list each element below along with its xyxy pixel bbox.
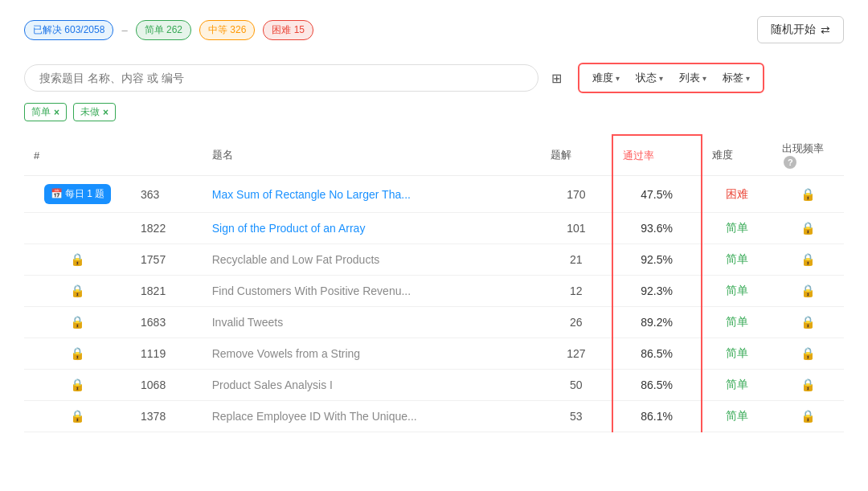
difficulty-label: 简单 (702, 213, 773, 244)
problem-id: 1822 (131, 213, 203, 244)
table-row: 🔒1821Find Customers With Positive Revenu… (24, 276, 844, 307)
difficulty-label: 简单 (702, 370, 773, 401)
sep1: – (121, 24, 127, 36)
problem-title[interactable]: Max Sum of Rectangle No Larger Tha... (203, 176, 541, 213)
table-header-row: # 题名 题解 通过率 难度 出现频率 ? (24, 135, 844, 176)
freq-lock-icon: 🔒 (800, 221, 816, 235)
lock-icon: 🔒 (70, 284, 85, 297)
solution-count: 53 (541, 401, 612, 432)
lock-icon: 🔒 (70, 315, 85, 329)
search-filter-row: ⊞ 难度 ▾ 状态 ▾ 列表 ▾ 标签 ▾ (24, 63, 844, 93)
list-filter[interactable]: 列表 ▾ (673, 68, 713, 88)
top-bar: 已解决 603/2058 – 简单 262 中等 326 困难 15 随机开始 … (24, 16, 844, 43)
tags-row: 简单 × 未做 × (24, 103, 844, 121)
solution-count: 26 (541, 307, 612, 338)
frequency-lock: 🔒 (772, 213, 844, 244)
pass-rate: 92.5% (612, 244, 702, 276)
solution-count: 50 (541, 370, 612, 401)
freq-label: 出现频率 (782, 142, 824, 154)
pass-rate: 92.3% (612, 276, 702, 307)
tag-easy[interactable]: 简单 × (24, 103, 67, 121)
pass-rate: 86.5% (612, 370, 702, 401)
table-view-icon[interactable]: ⊞ (551, 71, 562, 86)
problem-title[interactable]: Sign of the Product of an Array (203, 213, 541, 244)
problem-id: 1378 (131, 401, 203, 432)
table-row: 🔒1683Invalid Tweets2689.2%简单🔒 (24, 307, 844, 338)
tag-todo-label: 未做 (80, 105, 100, 119)
tags-arrow: ▾ (746, 74, 750, 83)
difficulty-label: 难度 (592, 71, 613, 85)
table-row: 🔒1119Remove Vowels from a String12786.5%… (24, 338, 844, 370)
frequency-lock: 🔒 (772, 401, 844, 432)
tag-easy-remove[interactable]: × (54, 107, 59, 118)
problem-title[interactable]: Replace Employee ID With The Unique... (203, 401, 541, 432)
lock-icon: 🔒 (70, 378, 85, 391)
frequency-lock: 🔒 (772, 370, 844, 401)
easy-badge: 简单 262 (136, 20, 191, 40)
random-button[interactable]: 随机开始 ⇄ (757, 16, 844, 43)
header-difficulty: 难度 (702, 135, 773, 176)
frequency-lock: 🔒 (772, 307, 844, 338)
medium-badge: 中等 326 (199, 20, 255, 40)
pass-rate: 86.1% (612, 401, 702, 432)
problem-title[interactable]: Recyclable and Low Fat Products (203, 244, 541, 276)
table-row: 🔒1378Replace Employee ID With The Unique… (24, 401, 844, 432)
problem-title[interactable]: Find Customers With Positive Revenu... (203, 276, 541, 307)
freq-lock-icon: 🔒 (800, 378, 816, 391)
frequency-lock: 🔒 (772, 338, 844, 370)
lock-icon: 🔒 (70, 409, 85, 423)
pass-rate: 86.5% (612, 338, 702, 370)
random-icon: ⇄ (821, 23, 830, 36)
difficulty-filter[interactable]: 难度 ▾ (586, 68, 626, 88)
table-row: 📅 每日 1 题363Max Sum of Rectangle No Large… (24, 176, 844, 213)
list-arrow: ▾ (702, 74, 706, 83)
solution-count: 101 (541, 213, 612, 244)
pass-rate: 89.2% (612, 307, 702, 338)
table-row: 1822Sign of the Product of an Array10193… (24, 213, 844, 244)
difficulty-label: 简单 (702, 244, 773, 276)
freq-lock-icon: 🔒 (800, 346, 816, 360)
solution-count: 170 (541, 176, 612, 213)
problem-table: # 题名 题解 通过率 难度 出现频率 ? 📅 每日 1 题363Max Sum… (24, 134, 844, 432)
list-label: 列表 (679, 71, 700, 85)
daily-badge[interactable]: 📅 每日 1 题 (44, 184, 112, 204)
status-filter[interactable]: 状态 ▾ (629, 68, 669, 88)
tags-filter[interactable]: 标签 ▾ (716, 68, 756, 88)
problem-title[interactable]: Product Sales Analysis I (203, 370, 541, 401)
difficulty-label: 简单 (702, 401, 773, 432)
tag-todo-remove[interactable]: × (103, 107, 108, 118)
tag-todo[interactable]: 未做 × (73, 103, 116, 121)
lock-icon: 🔒 (70, 346, 85, 360)
freq-lock-icon: 🔒 (800, 315, 816, 329)
problem-id: 363 (131, 176, 203, 213)
frequency-lock: 🔒 (772, 276, 844, 307)
stats-row: 已解决 603/2058 – 简单 262 中等 326 困难 15 (24, 20, 313, 40)
header-rate: 通过率 (612, 135, 702, 176)
frequency-lock: 🔒 (772, 244, 844, 276)
pass-rate: 93.6% (612, 213, 702, 244)
lock-icon: 🔒 (70, 252, 85, 266)
search-input[interactable] (24, 64, 538, 92)
header-id (131, 135, 203, 176)
tags-label: 标签 (723, 71, 743, 85)
random-label: 随机开始 (771, 23, 816, 37)
freq-lock-icon: 🔒 (800, 409, 816, 423)
problem-title[interactable]: Remove Vowels from a String (203, 338, 541, 370)
difficulty-label: 困难 (702, 176, 773, 213)
table-row: 🔒1068Product Sales Analysis I5086.5%简单🔒 (24, 370, 844, 401)
solved-badge: 已解决 603/2058 (24, 20, 113, 40)
problem-id: 1821 (131, 276, 203, 307)
difficulty-arrow: ▾ (616, 74, 620, 83)
header-solution: 题解 (541, 135, 612, 176)
freq-lock-icon: 🔒 (800, 187, 816, 201)
status-arrow: ▾ (659, 74, 663, 83)
header-num: # (24, 135, 131, 176)
problem-id: 1068 (131, 370, 203, 401)
problem-id: 1757 (131, 244, 203, 276)
problem-title[interactable]: Invalid Tweets (203, 307, 541, 338)
header-frequency: 出现频率 ? (772, 135, 844, 176)
solution-count: 127 (541, 338, 612, 370)
help-icon[interactable]: ? (784, 156, 796, 169)
problem-id: 1683 (131, 307, 203, 338)
hard-badge: 困难 15 (263, 20, 313, 40)
